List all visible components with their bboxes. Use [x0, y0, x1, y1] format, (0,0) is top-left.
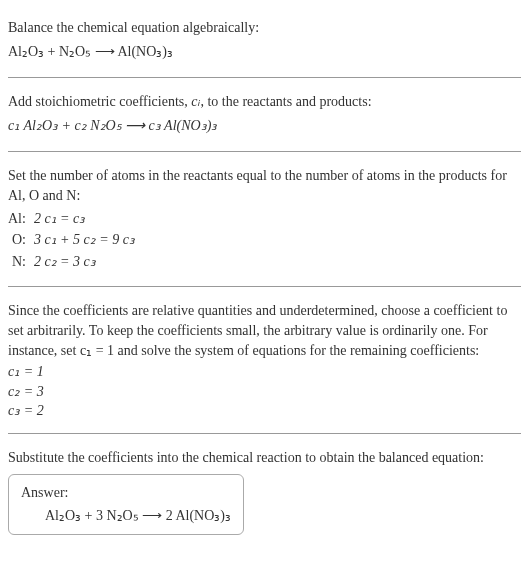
atom-balance-text: Set the number of atoms in the reactants… [8, 166, 521, 205]
element-label: Al: [8, 208, 34, 230]
balance-equation: 2 c₂ = 3 c₃ [34, 251, 141, 273]
problem-statement: Balance the chemical equation algebraica… [8, 18, 521, 38]
divider [8, 77, 521, 78]
equation-with-coefficients: c₁ Al₂O₃ + c₂ N₂O₅ ⟶ c₃ Al(NO₃)₃ [8, 116, 521, 136]
balance-equation: 2 c₁ = c₃ [34, 208, 141, 230]
section-solve: Since the coefficients are relative quan… [8, 291, 521, 429]
section-add-coefficients: Add stoichiometric coefficients, cᵢ, to … [8, 82, 521, 147]
table-row: O: 3 c₁ + 5 c₂ = 9 c₃ [8, 229, 141, 251]
coefficient-value: c₁ = 1 [8, 362, 521, 382]
coefficient-value: c₃ = 2 [8, 401, 521, 421]
answer-box: Answer: Al₂O₃ + 3 N₂O₅ ⟶ 2 Al(NO₃)₃ [8, 474, 244, 535]
text-post: , to the reactants and products: [200, 94, 371, 109]
balanced-equation: Al₂O₃ + 3 N₂O₅ ⟶ 2 Al(NO₃)₃ [21, 506, 231, 526]
divider [8, 433, 521, 434]
divider [8, 286, 521, 287]
add-coefficients-text: Add stoichiometric coefficients, cᵢ, to … [8, 92, 521, 112]
section-problem: Balance the chemical equation algebraica… [8, 8, 521, 73]
element-label: N: [8, 251, 34, 273]
table-row: N: 2 c₂ = 3 c₃ [8, 251, 141, 273]
section-atom-balance: Set the number of atoms in the reactants… [8, 156, 521, 282]
text-pre: Add stoichiometric coefficients, [8, 94, 191, 109]
balance-equation: 3 c₁ + 5 c₂ = 9 c₃ [34, 229, 141, 251]
element-label: O: [8, 229, 34, 251]
table-row: Al: 2 c₁ = c₃ [8, 208, 141, 230]
divider [8, 151, 521, 152]
unbalanced-equation: Al₂O₃ + N₂O₅ ⟶ Al(NO₃)₃ [8, 42, 521, 62]
coefficient-value: c₂ = 3 [8, 382, 521, 402]
substitute-text: Substitute the coefficients into the che… [8, 448, 521, 468]
answer-label: Answer: [21, 483, 231, 503]
section-answer: Substitute the coefficients into the che… [8, 438, 521, 543]
solve-text: Since the coefficients are relative quan… [8, 301, 521, 360]
atom-balance-system: Al: 2 c₁ = c₃ O: 3 c₁ + 5 c₂ = 9 c₃ N: 2… [8, 208, 141, 273]
